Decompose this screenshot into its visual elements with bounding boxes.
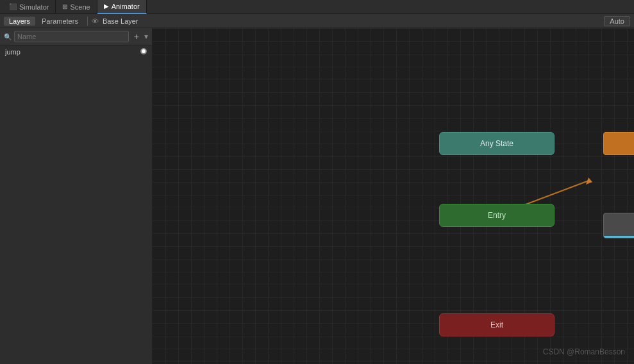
tab-bar: ⬛ Simulator ⊞ Scene ▶ Animator (0, 0, 634, 14)
tab-simulator[interactable]: ⬛ Simulator (3, 0, 56, 14)
breadcrumb-text: Base Layer (103, 17, 138, 25)
node-entry[interactable]: Entry (439, 204, 555, 227)
search-input[interactable] (14, 31, 129, 42)
breadcrumb: 👁 Base Layer (92, 17, 604, 25)
scene-icon: ⊞ (62, 3, 67, 10)
node-frog-idle[interactable]: frog_idle (603, 132, 634, 155)
item-label: jump (5, 48, 21, 56)
tab-scene[interactable]: ⊞ Scene (56, 0, 97, 14)
node-frog-jump[interactable]: frog_jump (603, 213, 634, 238)
canvas-area[interactable]: Any State Entry Exit frog_idle frog_jump… (153, 28, 634, 364)
tab-parameters[interactable]: Parameters (37, 17, 83, 26)
eye-icon: 👁 (92, 17, 99, 25)
list-item[interactable]: jump (0, 46, 152, 58)
sub-toolbar: Layers Parameters 👁 Base Layer Auto (0, 14, 634, 28)
toolbar-divider (87, 17, 88, 26)
item-indicator (140, 48, 147, 56)
sidebar: 🔍 + ▾ jump (0, 28, 153, 364)
simulator-icon: ⬛ (9, 3, 17, 10)
auto-button[interactable]: Auto (604, 16, 630, 26)
add-button[interactable]: + (131, 31, 142, 42)
watermark: CSDN @RomanBesson (543, 347, 625, 356)
tab-layers[interactable]: Layers (4, 17, 35, 26)
tab-animator[interactable]: ▶ Animator (97, 0, 147, 14)
canvas-grid (153, 28, 634, 364)
animator-icon: ▶ (104, 3, 109, 10)
node-any-state[interactable]: Any State (439, 132, 555, 155)
sidebar-search: 🔍 + ▾ (0, 28, 152, 46)
node-exit[interactable]: Exit (439, 313, 555, 336)
search-icon: 🔍 (4, 33, 12, 40)
sub-tabs: Layers Parameters (4, 17, 83, 26)
options-button[interactable]: ▾ (144, 32, 148, 41)
main-layout: 🔍 + ▾ jump (0, 28, 634, 364)
